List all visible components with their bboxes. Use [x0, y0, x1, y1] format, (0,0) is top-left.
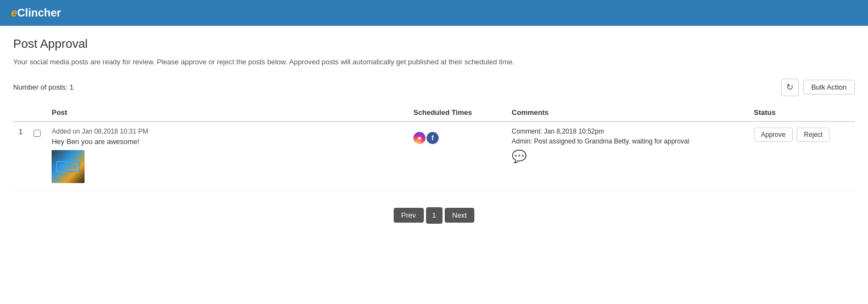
table-header: Post Scheduled Times Comments Status	[13, 104, 855, 121]
comment-admin: Admin: Post assigned to Grandma Betty. w…	[512, 137, 743, 145]
post-cell: Added on Jan 08,2018 10:31 PM Hey Ben yo…	[46, 121, 408, 191]
col-status-header: Status	[748, 104, 855, 121]
row-number: 1	[13, 121, 28, 191]
col-scheduled-header: Scheduled Times	[408, 104, 506, 121]
table-row: 1 Added on Jan 08,2018 10:31 PM Hey Ben …	[13, 121, 855, 191]
post-count: Number of posts: 1	[13, 83, 74, 91]
main-content: Post Approval Your social media posts ar…	[0, 26, 868, 246]
post-text: Hey Ben you are awesome!	[52, 137, 402, 146]
logo: eClincher	[11, 7, 61, 19]
page-number-button[interactable]: 1	[426, 207, 443, 224]
description-text2: Approved posts will automatically get pu…	[289, 58, 514, 66]
pagination: Prev 1 Next	[13, 207, 855, 235]
refresh-button[interactable]: ↻	[781, 79, 799, 96]
scheduled-cell: ● f	[408, 121, 506, 191]
approve-button[interactable]: Approve	[754, 128, 793, 142]
page-description: Your social media posts are ready for re…	[13, 57, 855, 68]
reject-button[interactable]: Reject	[797, 128, 830, 142]
logo-brand: Clincher	[17, 7, 61, 19]
status-cell: Approve Reject	[748, 121, 855, 191]
description-text1: Your social media posts are ready for re…	[13, 58, 288, 66]
instagram-icon: ●	[413, 132, 425, 144]
post-image-container	[52, 150, 402, 185]
toolbar: Number of posts: 1 ↻ Bulk Action	[13, 79, 855, 96]
next-button[interactable]: Next	[445, 208, 475, 223]
post-count-label: Number of posts:	[13, 83, 68, 91]
prev-button[interactable]: Prev	[394, 208, 424, 223]
comments-cell: Comment: Jan 8,2018 10:52pm Admin: Post …	[506, 121, 748, 191]
row-checkbox-cell	[28, 121, 46, 191]
social-icons: ● f	[413, 132, 501, 144]
bulk-action-button[interactable]: Bulk Action	[803, 80, 855, 95]
comment-date: Comment: Jan 8,2018 10:52pm	[512, 128, 743, 135]
comment-icon: 💬	[512, 150, 743, 164]
post-date: Added on Jan 08,2018 10:31 PM	[52, 128, 402, 135]
facebook-icon: f	[427, 132, 439, 144]
row-checkbox[interactable]	[33, 130, 41, 137]
col-comments-header: Comments	[506, 104, 748, 121]
app-header: eClincher	[0, 0, 868, 26]
page-title: Post Approval	[13, 37, 855, 51]
approval-table: Post Scheduled Times Comments Status 1 A…	[13, 104, 855, 191]
col-post-header: Post	[46, 104, 408, 121]
post-count-value: 1	[70, 83, 74, 91]
post-image	[52, 150, 85, 183]
col-checkbox-header	[28, 104, 46, 121]
table-body: 1 Added on Jan 08,2018 10:31 PM Hey Ben …	[13, 121, 855, 191]
toolbar-right: ↻ Bulk Action	[781, 79, 855, 96]
logo-e: e	[11, 7, 17, 19]
col-num-header	[13, 104, 28, 121]
